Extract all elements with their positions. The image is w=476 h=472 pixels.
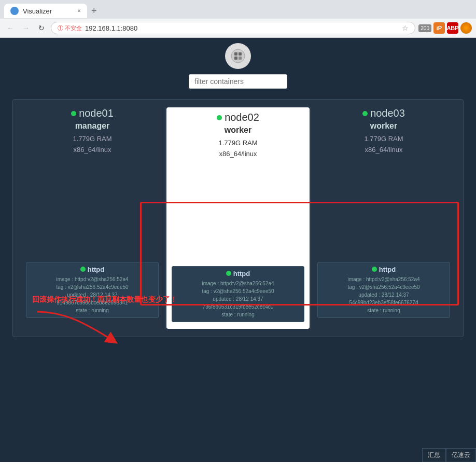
forward-button[interactable]: → bbox=[20, 22, 32, 34]
annotation-area: 回滚操作执行成功！而且副本数量也变少了！ bbox=[32, 295, 177, 348]
node02-svc-tag: tag : v2@sha256:52a4c9eee50 bbox=[176, 287, 300, 295]
badge-200: 200 bbox=[418, 24, 431, 32]
svg-rect-4 bbox=[239, 57, 242, 60]
address-bar: ← → ↻ ① 不安全 192.168.1.1:8080 ☆ 200 iP AB… bbox=[0, 19, 476, 37]
node03-role: worker bbox=[362, 121, 405, 131]
node02-name: node02 bbox=[217, 112, 259, 123]
node01-role: manager bbox=[71, 121, 114, 131]
node02-svc-taskid: 736f8b0531c319fbee52cec4c0 bbox=[176, 303, 300, 311]
node03-name: node03 bbox=[362, 107, 405, 119]
node03-svc-tag: tag : v2@sha256:52a4c9eee50 bbox=[322, 283, 445, 291]
node01-svc-dot bbox=[80, 267, 86, 272]
browser-chrome: Visualizer × + ← → ↻ ① 不安全 192.168.1.1:8… bbox=[0, 0, 476, 38]
badge-ext[interactable] bbox=[460, 22, 472, 34]
node-column-node02: node02 worker 1.779G RAM x86_64/linux ht… bbox=[166, 107, 310, 329]
annotation-text: 回滚操作执行成功！而且副本数量也变少了！ bbox=[32, 295, 177, 304]
filter-bar: filter containers bbox=[189, 74, 287, 89]
node02-svc-updated: updated : 28/12 14:37 bbox=[176, 295, 300, 303]
url-text: 192.168.1.1:8080 bbox=[85, 24, 137, 32]
node02-svc-dot bbox=[226, 271, 231, 276]
node03-svc-dot bbox=[372, 267, 377, 272]
node02-svc-image: image : httpd:v2@sha256:52a4 bbox=[176, 280, 300, 287]
tab-close-button[interactable]: × bbox=[77, 7, 81, 15]
node01-svc-image: image : httpd:v2@sha256:52a4 bbox=[31, 275, 154, 283]
url-box[interactable]: ① 不安全 192.168.1.1:8080 ☆ bbox=[51, 22, 415, 34]
badge-abp[interactable]: ABP bbox=[447, 22, 458, 34]
brand-item-1: 汇总 bbox=[422, 448, 446, 462]
node02-header: node02 worker 1.779G RAM x86_64/linux bbox=[217, 112, 259, 160]
tab-bar: Visualizer × + bbox=[0, 0, 476, 19]
bookmark-star[interactable]: ☆ bbox=[402, 24, 409, 32]
svg-rect-3 bbox=[234, 57, 237, 60]
logo-area bbox=[225, 43, 251, 69]
node03-svc-state: state : running bbox=[322, 307, 445, 314]
tab-favicon bbox=[10, 7, 19, 15]
arrow-icon bbox=[32, 307, 125, 348]
extension-badges: 200 iP ABP bbox=[418, 22, 472, 34]
node03-container-card: httpd image : httpd:v2@sha256:52a4 tag :… bbox=[317, 262, 450, 318]
node-column-node03: node03 worker 1.779G RAM x86_64/linux ht… bbox=[312, 107, 455, 329]
node03-status-dot bbox=[362, 111, 368, 116]
svg-rect-1 bbox=[234, 52, 237, 55]
refresh-button[interactable]: ↻ bbox=[35, 22, 48, 34]
new-tab-button[interactable]: + bbox=[91, 6, 97, 17]
node02-svc-name: httpd bbox=[176, 270, 300, 277]
security-indicator: ① 不安全 bbox=[58, 24, 82, 32]
svg-point-0 bbox=[231, 49, 245, 63]
node01-svc-name: httpd bbox=[31, 266, 154, 273]
node03-svc-name: httpd bbox=[322, 266, 445, 273]
node01-info: 1.779G RAM x86_64/linux bbox=[71, 134, 114, 156]
node02-container-card: httpd image : httpd:v2@sha256:52a4 tag :… bbox=[172, 266, 304, 322]
app-logo bbox=[225, 43, 251, 69]
back-button[interactable]: ← bbox=[4, 22, 17, 34]
node01-header: node01 manager 1.779G RAM x86_64/linux bbox=[71, 107, 114, 156]
node01-status-dot bbox=[71, 111, 76, 116]
node03-svc-image: image : httpd:v2@sha256:52a4 bbox=[322, 275, 445, 283]
divider-2 bbox=[311, 107, 311, 329]
filter-input[interactable]: filter containers bbox=[189, 74, 287, 89]
node03-svc-updated: updated : 28/12 14:37 bbox=[322, 291, 445, 299]
node02-svc-state: state : running bbox=[176, 311, 300, 318]
browser-tab[interactable]: Visualizer × bbox=[4, 4, 87, 18]
node01-svc-tag: tag : v2@sha256:52a4c9eee50 bbox=[31, 283, 154, 291]
tab-title: Visualizer bbox=[23, 7, 52, 15]
brand-item-2: 亿速云 bbox=[446, 448, 476, 462]
node02-container-area: httpd image : httpd:v2@sha256:52a4 tag :… bbox=[169, 166, 307, 325]
app-content: filter containers node01 manager 1.779G … bbox=[0, 38, 476, 462]
node01-name: node01 bbox=[71, 107, 114, 119]
brand-bar: 汇总 亿速云 bbox=[422, 448, 476, 462]
badge-ip[interactable]: iP bbox=[433, 22, 445, 34]
node02-status-dot bbox=[217, 115, 222, 120]
node02-info: 1.779G RAM x86_64/linux bbox=[217, 138, 259, 160]
node03-svc-taskid: 54c99bd23eb3ef58fe667627d bbox=[322, 299, 445, 307]
node03-info: 1.779G RAM x86_64/linux bbox=[362, 134, 405, 156]
svg-rect-2 bbox=[239, 52, 242, 55]
node02-role: worker bbox=[217, 126, 259, 135]
node03-container-area: httpd image : httpd:v2@sha256:52a4 tag :… bbox=[315, 162, 453, 321]
node03-header: node03 worker 1.779G RAM x86_64/linux bbox=[362, 107, 405, 156]
